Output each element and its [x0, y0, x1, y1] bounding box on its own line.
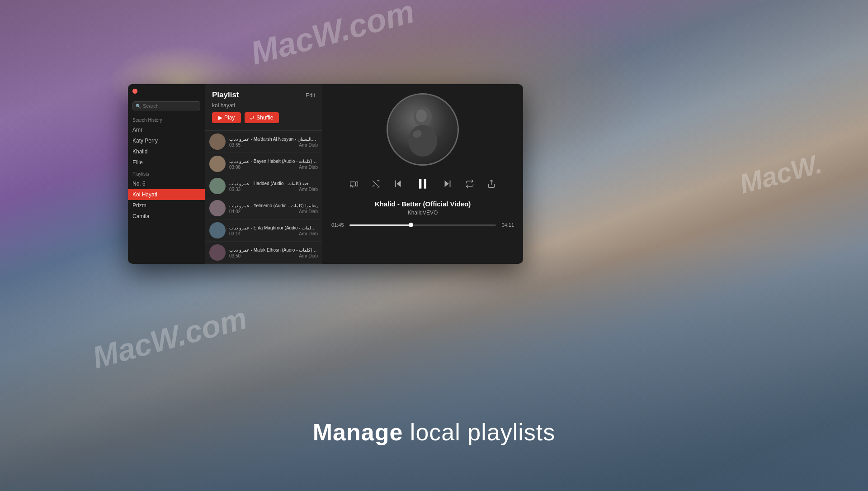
pause-button[interactable] — [414, 175, 432, 193]
track-title-1: عمرو دياب - Bayen Habeit (Audio - باين ح… — [229, 158, 318, 164]
svg-rect-6 — [395, 181, 396, 187]
track-item[interactable]: عمرو دياب - Enta Maghroor (Audio - أنت م… — [205, 219, 322, 242]
track-duration-0: 03:55 — [229, 143, 241, 148]
playlist-header: Playlist Edit kol hayati ▶ Play ⇄ Shuffl… — [205, 84, 322, 131]
track-item[interactable]: عمرو دياب - Hadded (Audio - حدد (كلمات 0… — [205, 175, 322, 197]
current-time: 01:45 — [331, 222, 346, 228]
svg-rect-10 — [450, 181, 451, 187]
controls-row — [348, 175, 498, 193]
playlist-edit-row: Playlist Edit — [212, 91, 315, 100]
shuffle-ctrl-button[interactable] — [369, 177, 382, 190]
track-title-0: عمرو دياب - Ma'darsh Al Nesyan - مقدرش ع… — [229, 136, 318, 142]
svg-rect-8 — [424, 179, 426, 188]
svg-point-2 — [416, 110, 427, 122]
next-icon — [443, 179, 453, 189]
play-button[interactable]: ▶ Play — [212, 112, 241, 123]
sidebar-item-camila[interactable]: Camila — [128, 211, 205, 222]
track-artist-3: Amr Diab — [299, 209, 318, 214]
sidebar-item-ellie[interactable]: Ellie — [128, 157, 205, 168]
player-panel: Khalid - Better (Official Video) KhalidV… — [322, 84, 523, 264]
search-input[interactable] — [143, 103, 197, 109]
track-thumb-2 — [209, 178, 226, 194]
player-art — [387, 93, 459, 166]
track-thumb-5 — [209, 244, 226, 261]
shuffle-ctrl-icon — [371, 179, 380, 188]
search-box[interactable]: 🔍 — [132, 101, 200, 110]
track-title-4: عمرو دياب - Enta Maghroor (Audio - أنت م… — [229, 225, 318, 231]
track-info-1: عمرو دياب - Bayen Habeit (Audio - باين ح… — [229, 158, 318, 170]
cast-icon — [349, 179, 359, 188]
track-meta-5: 03:50 Amr Diab — [229, 253, 318, 258]
prev-button[interactable] — [391, 177, 405, 191]
track-title-2: عمرو دياب - Hadded (Audio - حدد (كلمات — [229, 181, 318, 186]
playlist-subtitle: kol hayati — [212, 102, 315, 109]
close-button[interactable] — [132, 89, 137, 94]
player-art-inner — [388, 95, 458, 164]
track-duration-1: 03:08 — [229, 165, 241, 170]
prev-icon — [393, 179, 403, 189]
track-artist-4: Amr Diab — [299, 231, 318, 236]
track-info-2: عمرو دياب - Hadded (Audio - حدد (كلمات 0… — [229, 181, 318, 192]
svg-rect-7 — [419, 179, 421, 188]
track-item[interactable]: عمرو دياب - Bayen Habeit (Audio - باين ح… — [205, 153, 322, 175]
playlist-tracks: عمرو دياب - Ma'darsh Al Nesyan - مقدرش ع… — [205, 131, 322, 264]
marketing-tagline: Manage local playlists — [0, 419, 868, 446]
screen-cast-button[interactable] — [348, 177, 360, 190]
progress-bar[interactable] — [349, 224, 496, 226]
track-item[interactable]: عمرو دياب - Ma'darsh Al Nesyan - مقدرش ع… — [205, 131, 322, 153]
sidebar-item-amr[interactable]: Amr — [128, 124, 205, 135]
track-meta-2: 05:33 Amr Diab — [229, 187, 318, 192]
track-meta-0: 03:55 Amr Diab — [229, 143, 318, 148]
app-window: 🔍 Search History Amr Katy Perry Khalid E… — [128, 84, 523, 264]
track-thumb-0 — [209, 133, 226, 150]
track-title-5: عمرو دياب - Malak Elhosn (Audio - ملاك ا… — [229, 247, 318, 253]
sidebar-item-no6[interactable]: No. 6 — [128, 178, 205, 189]
track-meta-4: 03:14 Amr Diab — [229, 231, 318, 236]
track-item[interactable]: عمرو دياب - Malak Elhosn (Audio - ملاك ا… — [205, 242, 322, 264]
titlebar — [128, 84, 205, 98]
track-artist-1: Amr Diab — [299, 165, 318, 170]
track-artist-5: Amr Diab — [299, 253, 318, 258]
progress-fill — [349, 224, 411, 226]
repeat-button[interactable] — [463, 177, 476, 190]
sidebar-item-khalid[interactable]: Khalid — [128, 146, 205, 157]
progress-knob[interactable] — [409, 223, 413, 227]
share-icon — [487, 179, 496, 188]
track-duration-2: 05:33 — [229, 187, 241, 192]
play-label: Play — [224, 114, 235, 121]
playlist-panel: Playlist Edit kol hayati ▶ Play ⇄ Shuffl… — [205, 84, 322, 264]
sidebar-item-kolhayati[interactable]: Kol Hayati — [128, 189, 205, 200]
track-artist-2: Amr Diab — [299, 187, 318, 192]
playlist-actions: ▶ Play ⇄ Shuffle — [212, 112, 315, 123]
track-info-5: عمرو دياب - Malak Elhosn (Audio - ملاك ا… — [229, 247, 318, 258]
svg-point-1 — [408, 125, 437, 157]
next-button[interactable] — [441, 177, 454, 191]
track-meta-3: 04:02 Amr Diab — [229, 209, 318, 214]
playlist-title: Playlist — [212, 91, 239, 100]
track-thumb-1 — [209, 156, 226, 172]
shuffle-label: Shuffle — [256, 114, 273, 121]
track-item[interactable]: عمرو دياب - Yetalemo (Audio - يتعلموا (ك… — [205, 197, 322, 219]
share-button[interactable] — [485, 177, 498, 190]
edit-button[interactable]: Edit — [306, 92, 315, 99]
track-info-3: عمرو دياب - Yetalemo (Audio - يتعلموا (ك… — [229, 203, 318, 214]
track-title-3: عمرو دياب - Yetalemo (Audio - يتعلموا (ك… — [229, 203, 318, 209]
track-thumb-3 — [209, 200, 226, 216]
sidebar-item-prizm[interactable]: Prizm — [128, 200, 205, 211]
artist-avatar — [400, 102, 445, 157]
shuffle-button[interactable]: ⇄ Shuffle — [245, 112, 278, 123]
svg-marker-9 — [445, 181, 449, 187]
search-history-label: Search History — [128, 114, 205, 124]
track-artist-0: Amr Diab — [299, 143, 318, 148]
progress-container: 01:45 04:11 — [331, 222, 514, 228]
track-duration-4: 03:14 — [229, 231, 241, 236]
search-icon: 🔍 — [136, 104, 141, 109]
track-duration-5: 03:50 — [229, 253, 241, 258]
repeat-icon — [465, 179, 474, 188]
sidebar-item-katy[interactable]: Katy Perry — [128, 135, 205, 146]
shuffle-icon: ⇄ — [250, 114, 255, 121]
player-channel: KhalidVEVO — [408, 210, 438, 216]
pause-icon — [415, 176, 430, 191]
svg-marker-5 — [396, 181, 401, 187]
track-info-4: عمرو دياب - Enta Maghroor (Audio - أنت م… — [229, 225, 318, 236]
